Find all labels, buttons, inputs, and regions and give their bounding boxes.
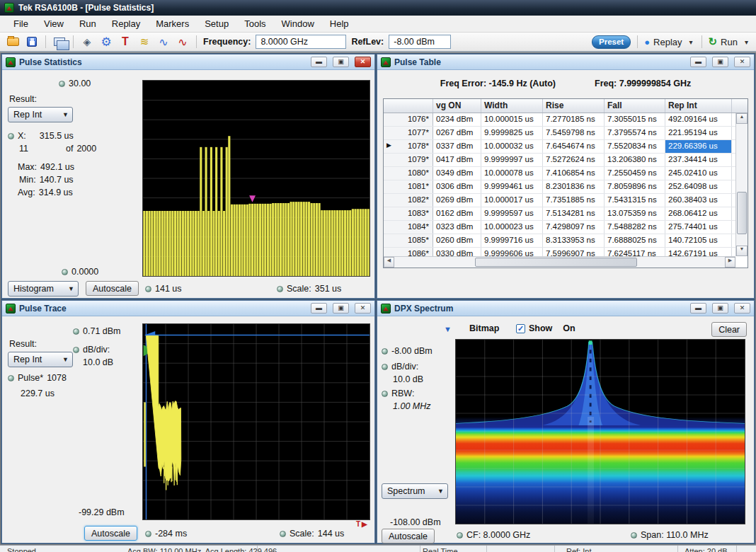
menu-view[interactable]: View [36, 16, 71, 31]
vertical-scrollbar[interactable]: ▲ ▼ [735, 113, 748, 256]
frequency-field[interactable]: 8.0000 GHz [256, 35, 346, 49]
table-row[interactable]: 1080*0349 dBm10.000078 us7.4106854 ns7.2… [384, 167, 735, 180]
show-checkbox[interactable]: ✓ [516, 324, 525, 333]
horizontal-scroll-thumb[interactable] [475, 258, 637, 267]
amplitude-curve-icon[interactable]: ∿ [176, 35, 190, 49]
result-dropdown[interactable]: Rep Int ▼ [8, 107, 73, 122]
adjust-icon[interactable] [145, 531, 151, 537]
trace-selector-chevron[interactable]: ▼ [444, 325, 452, 333]
restore-button[interactable]: ▣ [712, 303, 728, 314]
preset-button[interactable]: Preset [592, 35, 631, 49]
close-button[interactable]: ✕ [355, 57, 371, 67]
open-folder-icon[interactable] [6, 35, 20, 49]
clear-button[interactable]: Clear [711, 322, 747, 337]
menu-replay[interactable]: Replay [104, 16, 148, 31]
displays-icon[interactable] [52, 35, 67, 49]
menu-run[interactable]: Run [71, 16, 104, 31]
table-row[interactable]: 1083*0162 dBm9.9999597 us7.5134281 ns13.… [384, 207, 735, 221]
column-header[interactable]: Rise [543, 99, 605, 113]
adjust-icon[interactable] [145, 286, 151, 292]
adjust-icon[interactable] [382, 391, 388, 397]
table-row[interactable]: 1084*0323 dBm10.000023 us7.4298097 ns7.5… [384, 221, 735, 234]
pulse-statistics-titlebar[interactable]: Pulse Statistics ▬ ▣ ✕ [2, 54, 374, 70]
markers-curve-icon[interactable]: ∿ [156, 35, 171, 49]
minimize-button[interactable]: ▬ [311, 57, 327, 67]
result-dropdown[interactable]: Rep Int ▼ [8, 352, 73, 367]
close-button[interactable]: ✕ [734, 303, 750, 314]
pulse-table-titlebar[interactable]: Pulse Table ▬ ▣ ✕ [377, 54, 754, 70]
cell-fall: 7.5488282 ns [605, 221, 665, 234]
adjust-icon[interactable] [280, 531, 286, 537]
y-max-readout: 30.00 [59, 79, 91, 88]
settings-gear-icon[interactable]: ⚙ [99, 35, 113, 49]
adjust-icon[interactable] [277, 286, 283, 292]
cell-on: 0306 dBm [433, 180, 481, 193]
menu-help[interactable]: Help [322, 16, 357, 31]
table-row[interactable]: 1079*0417 dBm9.9999997 us7.5272624 ns13.… [384, 154, 735, 167]
cell-rep[interactable]: 229.66396 us [665, 140, 732, 153]
table-row[interactable]: ▶1078*0337 dBm10.000032 us7.6454674 ns7.… [384, 140, 735, 154]
horizontal-scrollbar[interactable]: ◀ ▶ [384, 256, 735, 268]
save-icon[interactable] [25, 35, 39, 49]
scroll-down-button[interactable]: ▼ [736, 246, 748, 256]
menu-setup[interactable]: Setup [197, 16, 236, 31]
adjust-icon[interactable] [73, 328, 79, 335]
view-dropdown[interactable]: Spectrum ▼ [382, 483, 448, 499]
restore-button[interactable]: ▣ [712, 57, 728, 67]
table-row[interactable]: 1082*0269 dBm10.000017 us7.7351885 ns7.5… [384, 194, 735, 207]
menu-markers[interactable]: Markers [148, 16, 197, 31]
acq-pulse-icon[interactable]: ≋ [137, 35, 151, 49]
dpx-titlebar[interactable]: DPX Spectrum ▬ ▣ ✕ [377, 301, 754, 316]
adjust-icon[interactable] [8, 133, 14, 139]
restore-button[interactable]: ▣ [333, 303, 349, 314]
run-button[interactable]: ↻ Run [709, 35, 738, 48]
replay-dropdown-arrow[interactable]: ▾ [687, 38, 695, 46]
adjust-icon[interactable] [8, 375, 14, 381]
column-header[interactable]: Rep Int [665, 99, 732, 113]
scroll-left-button[interactable]: ◀ [384, 257, 394, 268]
close-button[interactable]: ✕ [734, 57, 750, 67]
run-dropdown-arrow[interactable]: ▾ [743, 38, 750, 46]
vertical-scroll-thumb[interactable] [737, 192, 747, 234]
menu-tools[interactable]: Tools [236, 16, 273, 31]
adjust-icon[interactable] [631, 532, 637, 539]
table-row[interactable]: 1086*0330 dBm9.9999606 us7.5996907 ns7.6… [384, 248, 735, 256]
dpx-plot[interactable] [455, 339, 745, 524]
minimize-button[interactable]: ▬ [690, 303, 706, 314]
pulse-trace-titlebar[interactable]: Pulse Trace ▬ ▣ ✕ [2, 301, 374, 316]
histogram-plot[interactable] [142, 80, 370, 277]
column-header[interactable] [384, 99, 433, 113]
table-row[interactable]: 1085*0260 dBm9.9999716 us8.3133953 ns7.6… [384, 234, 735, 248]
table-row[interactable]: 1076*0234 dBm10.000015 us7.2770185 ns7.3… [384, 113, 735, 127]
column-header[interactable]: Width [481, 99, 543, 113]
display-type-dropdown[interactable]: Histogram ▼ [8, 281, 79, 297]
menu-file[interactable]: File [6, 16, 36, 31]
adjust-icon[interactable] [73, 347, 79, 353]
reflev-field[interactable]: -8.00 dBm [389, 35, 451, 49]
close-button[interactable]: ✕ [355, 303, 371, 314]
row-number-cell: ▶1078* [384, 140, 433, 153]
menu-window[interactable]: Window [274, 16, 322, 31]
column-header[interactable]: vg ON [433, 99, 481, 113]
trigger-icon[interactable]: T [118, 35, 132, 49]
bottom-level-readout: -99.29 dBm [79, 507, 125, 517]
autoscale-button[interactable]: Autoscale [382, 529, 435, 544]
scroll-right-button[interactable]: ▶ [725, 257, 735, 268]
adjust-icon[interactable] [382, 348, 388, 355]
adjust-icon[interactable] [62, 269, 68, 275]
scroll-up-button[interactable]: ▲ [736, 113, 748, 124]
minimize-button[interactable]: ▬ [311, 303, 327, 314]
table-row[interactable]: 1081*0306 dBm9.9999461 us8.2301836 ns7.8… [384, 180, 735, 194]
adjust-icon[interactable] [457, 532, 463, 539]
autoscale-button[interactable]: Autoscale [86, 281, 139, 296]
column-header[interactable]: Fall [605, 99, 665, 113]
autoscale-button[interactable]: Autoscale [84, 526, 137, 541]
table-row[interactable]: 1077*0267 dBm9.9999825 us7.5459798 ns7.3… [384, 127, 735, 140]
adjust-icon[interactable] [59, 81, 65, 87]
restore-button[interactable]: ▣ [333, 57, 349, 67]
trace-plot[interactable] [142, 323, 370, 520]
options-icon[interactable]: ◈ [80, 35, 94, 49]
replay-button[interactable]: ● Replay [644, 37, 682, 47]
minimize-button[interactable]: ▬ [690, 57, 706, 67]
adjust-icon[interactable] [382, 364, 388, 370]
